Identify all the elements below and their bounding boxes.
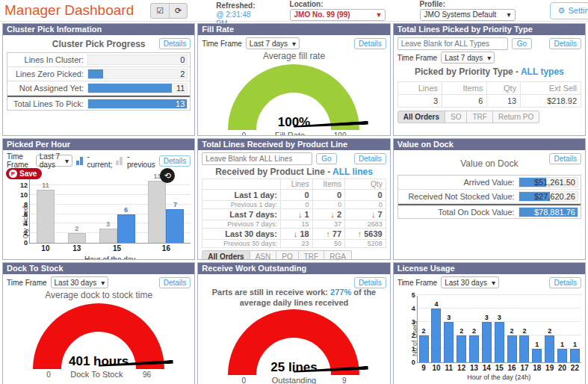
panel-header: Total Lines Picked by Priority Type — [394, 24, 585, 35]
refresh-button[interactable]: ⟳ — [169, 4, 187, 18]
bar-row-label: Received Not Stocked Value: — [400, 192, 519, 201]
data-label: 3 — [498, 314, 501, 321]
bar-group: 311 — [444, 296, 454, 362]
type-filter-input[interactable] — [397, 37, 508, 50]
chevron-down-icon: ▾ — [507, 10, 511, 19]
arrow-down-icon: ↓ — [330, 210, 335, 219]
location-select[interactable]: JMO No. 99 (99) ▾ — [290, 9, 386, 21]
details-button[interactable]: Details — [354, 38, 386, 49]
tab-asn[interactable]: ASN — [250, 250, 277, 260]
bar-wrap: 3 — [99, 220, 117, 243]
cluster-bar-table: Lines In Cluster:0Lines Zero Picked:2Not… — [7, 52, 191, 111]
time-frame-select[interactable]: Last 30 days ▾ — [51, 276, 109, 288]
data-label: 11 — [42, 182, 49, 189]
details-button[interactable]: Details — [549, 277, 581, 288]
bar-wrap: 2 — [457, 327, 466, 362]
profile-select[interactable]: JMO Systems Default ▾ — [420, 9, 516, 21]
details-button[interactable]: Details — [159, 277, 191, 288]
bar-track: 13 — [87, 99, 188, 109]
table-cell: ↓ 7 — [345, 209, 386, 220]
y-tick-label: 5 — [412, 291, 418, 299]
chevron-down-icon: ▾ — [487, 54, 491, 62]
tab-all-orders[interactable]: All Orders — [397, 111, 445, 123]
details-button[interactable]: Details — [159, 155, 191, 167]
details-button[interactable]: Details — [354, 153, 386, 164]
data-label: 3 — [485, 314, 489, 321]
bar — [68, 233, 86, 243]
data-label: 2 — [472, 327, 476, 335]
line-filter-input[interactable] — [202, 152, 312, 165]
bar-wrap: 1 — [557, 341, 567, 362]
bar-wrap: 1 — [570, 341, 580, 362]
details-button[interactable]: Details — [549, 153, 581, 164]
table-cell: 13 — [487, 95, 521, 108]
all-lines-link[interactable]: ALL lines — [332, 167, 373, 177]
x-tick-label: 19 — [545, 362, 554, 372]
details-button[interactable]: Details — [549, 38, 581, 49]
data-label: 4 — [434, 300, 438, 308]
column-header: Items — [312, 179, 344, 190]
table-row: Last 30 days:↓ 18↑ 77↑ 5639 — [202, 229, 386, 240]
profile-block: Profile: JMO Systems Default ▾ — [420, 0, 516, 21]
pinterest-save-button[interactable]: P Save — [6, 168, 42, 179]
time-frame-label: Time Frame — [7, 152, 32, 169]
settings-button[interactable]: ⚙ Settings — [550, 2, 588, 19]
bar-fill — [88, 69, 103, 78]
tab-so[interactable]: SO — [445, 111, 467, 123]
receive-work-percent: 277% — [330, 288, 351, 297]
bar-wrap: 6 — [117, 206, 135, 244]
bar-value: 0 — [180, 55, 185, 65]
tab-trf[interactable]: TRF — [467, 111, 492, 123]
bar — [457, 335, 466, 362]
tab-return-po[interactable]: Return PO — [493, 111, 539, 123]
tab-rga[interactable]: RGA — [324, 250, 352, 260]
bar-value: $78,881.76 — [534, 208, 575, 217]
go-button[interactable]: Go — [316, 153, 336, 164]
panel-value-on-dock: Value on Dock Details Value on Dock Arri… — [393, 138, 586, 260]
table-row: Previous 30 days:23505208 — [202, 240, 386, 248]
chevron-down-icon: ▾ — [65, 157, 69, 165]
time-frame-label: Time Frame — [397, 279, 438, 287]
table-cell: 0 — [280, 190, 312, 201]
time-frame-select[interactable]: Last 7 days ▾ — [246, 37, 300, 49]
tab-trf[interactable]: TRF — [299, 250, 324, 260]
panel-received-product-line: Total Lines Received by Product Line Go … — [197, 138, 390, 260]
tab-po[interactable]: PO — [276, 250, 298, 260]
time-frame-select[interactable]: Last 30 days ▾ — [441, 276, 499, 288]
y-tick-label: 1 — [412, 345, 418, 353]
pinterest-icon: P — [9, 170, 17, 178]
table-cell: 5208 — [345, 240, 386, 248]
y-tick-label: 4 — [24, 220, 30, 227]
all-types-link[interactable]: ALL types — [521, 66, 564, 77]
time-frame-select[interactable]: Last 7 days ▾ — [36, 155, 72, 167]
bar-groups: 29410311212213314315216217118219120122 — [418, 296, 581, 362]
picked-per-hour-chart: Qty Picked 0246810121110213361513716 Hou… — [29, 179, 191, 260]
bar-row-label: Total Lines To Pick: — [10, 99, 87, 108]
panel-header: Total Lines Received by Product Line — [198, 139, 389, 150]
bar — [532, 349, 542, 362]
table-head: LinesItemsQty — [202, 179, 386, 190]
dock-to-stock-gauge: 401 hours 0 Dock To Stock 96 — [33, 303, 164, 379]
time-frame-label: Time Frame — [202, 40, 242, 48]
x-tick-label: 15 — [99, 243, 135, 253]
bar-group: 29 — [419, 296, 429, 362]
bar-group: 120 — [557, 296, 567, 362]
bar-fill — [88, 84, 172, 93]
chevron-down-icon: ▾ — [292, 40, 296, 48]
details-button[interactable]: Details — [159, 38, 191, 49]
time-frame-select[interactable]: Last 7 days ▾ — [441, 52, 495, 64]
bar-row: Arrived Value:$51,261.50 — [398, 176, 581, 190]
column-header: Lines — [280, 179, 312, 190]
refresh-icon: ⟳ — [175, 6, 182, 15]
tab-all-orders[interactable]: All Orders — [202, 250, 250, 260]
bar-wrap: 4 — [431, 300, 441, 362]
license-usage-chart: No of Users 0123452941031121221331431521… — [417, 296, 581, 381]
gauge-max: 100 — [334, 131, 347, 136]
x-tick-label: 14 — [482, 362, 492, 372]
checkbox-button[interactable]: ☑ — [151, 4, 169, 18]
go-button[interactable]: Go — [512, 38, 532, 49]
table-row: 3613$218.92 — [397, 95, 581, 108]
bar-row: Total On Dock Value:$78,881.76 — [398, 204, 581, 218]
priority-table: LinesItemsQtyExt Sell3613$218.92 — [397, 81, 581, 108]
details-button[interactable]: Details — [354, 277, 386, 288]
